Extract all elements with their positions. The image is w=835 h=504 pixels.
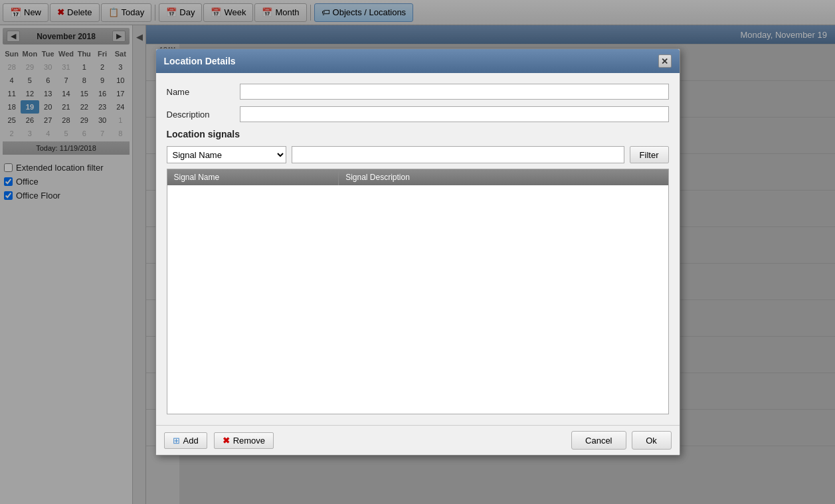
signal-table-header: Signal Name Signal Description	[167, 169, 668, 185]
name-label: Name	[167, 87, 233, 97]
add-remove-row: ⊞ Add ✖ Remove	[164, 432, 274, 449]
modal-close-button[interactable]: ✕	[658, 54, 672, 68]
signals-section-title: Location signals	[167, 129, 669, 139]
description-label: Description	[167, 110, 233, 120]
name-input[interactable]	[240, 84, 669, 100]
signal-filter-row: Signal Name Filter	[167, 146, 669, 163]
modal-overlay: Location Details ✕ Name Description Loca…	[0, 0, 835, 504]
description-input[interactable]	[240, 106, 669, 122]
remove-icon: ✖	[223, 436, 230, 446]
ok-cancel-row: Cancel Ok	[571, 431, 671, 450]
location-details-modal: Location Details ✕ Name Description Loca…	[155, 48, 680, 456]
signal-col-desc-header: Signal Description	[339, 169, 668, 185]
signal-filter-input[interactable]	[292, 146, 624, 163]
add-button[interactable]: ⊞ Add	[164, 432, 207, 449]
modal-title: Location Details	[164, 56, 236, 66]
signal-table-body	[167, 185, 668, 411]
cancel-button[interactable]: Cancel	[571, 431, 626, 450]
signal-name-select[interactable]: Signal Name	[167, 146, 286, 163]
add-icon: ⊞	[173, 436, 180, 446]
name-form-row: Name	[167, 84, 669, 100]
filter-button[interactable]: Filter	[630, 146, 669, 163]
modal-footer: ⊞ Add ✖ Remove Cancel Ok	[156, 425, 680, 455]
description-form-row: Description	[167, 106, 669, 122]
signal-col-name-header: Signal Name	[167, 169, 339, 185]
ok-button[interactable]: Ok	[632, 431, 672, 450]
signal-table-area: Signal Name Signal Description	[167, 169, 669, 414]
remove-button[interactable]: ✖ Remove	[214, 432, 274, 449]
modal-body: Name Description Location signals Signal…	[156, 73, 680, 425]
modal-titlebar: Location Details ✕	[156, 49, 680, 73]
